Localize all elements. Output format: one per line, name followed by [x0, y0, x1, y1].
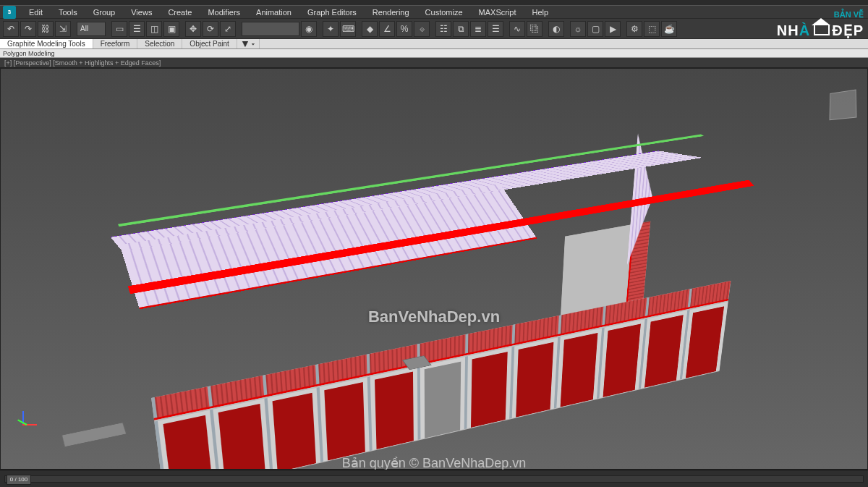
- ribbon-tab-selection[interactable]: Selection: [137, 39, 182, 48]
- viewport-perspective[interactable]: BanVeNhaDep.vn: [0, 68, 868, 470]
- select-icon[interactable]: ▭: [111, 21, 127, 37]
- undo-icon[interactable]: ↶: [3, 21, 19, 37]
- menu-group[interactable]: Group: [86, 7, 123, 17]
- unlink-icon[interactable]: ⇲: [55, 21, 71, 37]
- snap-icon[interactable]: ◆: [362, 21, 378, 37]
- scene-3d: [121, 221, 731, 397]
- time-slider[interactable]: 0 / 100: [4, 475, 864, 483]
- building-model: [121, 221, 731, 397]
- select-region-icon[interactable]: ◫: [146, 21, 162, 37]
- title-bar: [0, 0, 868, 6]
- pivot-icon[interactable]: ◉: [301, 21, 317, 37]
- align-icon[interactable]: ≣: [470, 21, 486, 37]
- select-manipulate-icon[interactable]: ✦: [323, 21, 339, 37]
- menu-maxscript[interactable]: MAXScript: [472, 7, 524, 17]
- redo-icon[interactable]: ↷: [20, 21, 36, 37]
- menu-animation[interactable]: Animation: [249, 7, 299, 17]
- material-editor-icon[interactable]: ◐: [548, 21, 564, 37]
- viewcube[interactable]: [830, 90, 857, 121]
- app-icon[interactable]: 3: [3, 6, 16, 19]
- schematic-icon[interactable]: ⿻: [527, 21, 542, 37]
- angle-snap-icon[interactable]: ∠: [379, 21, 395, 37]
- render-frame-icon[interactable]: ▢: [587, 21, 603, 37]
- timeline-bar: 0 / 100: [0, 470, 868, 487]
- ribbon-tab-freeform[interactable]: Freeform: [93, 39, 138, 48]
- curve-editor-icon[interactable]: ∿: [509, 21, 525, 37]
- menu-customize[interactable]: Customize: [418, 7, 470, 17]
- ribbon-subtab[interactable]: Polygon Modeling: [0, 49, 868, 58]
- layers-icon[interactable]: ☰: [488, 21, 503, 37]
- scale-icon[interactable]: ⤢: [220, 21, 236, 37]
- named-selection-icon[interactable]: ☷: [435, 21, 451, 37]
- viewport-label[interactable]: [+] [Perspective] [Smooth + Highlights +…: [0, 58, 868, 68]
- rotate-icon[interactable]: ⟳: [203, 21, 218, 37]
- menu-graph-editors[interactable]: Graph Editors: [300, 7, 364, 17]
- spinner-snap-icon[interactable]: ⟐: [414, 21, 430, 37]
- menu-create[interactable]: Create: [161, 7, 199, 17]
- link-icon[interactable]: ⛓: [38, 21, 54, 37]
- ground-object-trailer: [61, 422, 127, 447]
- front-wall: [151, 281, 731, 470]
- render-output-icon[interactable]: ⬚: [644, 21, 660, 37]
- render-icon[interactable]: ▶: [605, 21, 621, 37]
- menu-views[interactable]: Views: [124, 7, 159, 17]
- selection-filter-dropdown[interactable]: All: [77, 22, 106, 36]
- ribbon: Graphite Modeling Tools Freeform Selecti…: [0, 39, 868, 49]
- render-teapot-icon[interactable]: ☕: [661, 21, 677, 37]
- menu-modifiers[interactable]: Modifiers: [200, 7, 247, 17]
- menu-edit[interactable]: Edit: [22, 7, 50, 17]
- select-name-icon[interactable]: ☰: [129, 21, 145, 37]
- menu-rendering[interactable]: Rendering: [365, 7, 417, 17]
- main-toolbar: ↶ ↷ ⛓ ⇲ All ▭ ☰ ◫ ▣ ✥ ⟳ ⤢ ◉ ✦ ⌨ ◆ ∠ % ⟐ …: [0, 19, 868, 39]
- menu-tools[interactable]: Tools: [51, 7, 85, 17]
- render-preset-icon[interactable]: ⚙: [626, 21, 642, 37]
- axis-tripod: [14, 408, 35, 430]
- ribbon-tab-graphite[interactable]: Graphite Modeling Tools: [0, 39, 93, 48]
- menu-help[interactable]: Help: [525, 7, 556, 17]
- ribbon-tab-object-paint[interactable]: Object Paint: [182, 39, 237, 48]
- menu-bar: 3 Edit Tools Group Views Create Modifier…: [0, 6, 868, 19]
- percent-snap-icon[interactable]: %: [396, 21, 412, 37]
- move-icon[interactable]: ✥: [185, 21, 201, 37]
- reference-coord-dropdown[interactable]: [242, 22, 299, 36]
- render-setup-icon[interactable]: ☼: [570, 21, 586, 37]
- time-slider-knob[interactable]: 0 / 100: [7, 475, 31, 485]
- window-crossing-icon[interactable]: ▣: [163, 21, 179, 37]
- keyboard-shortcut-icon[interactable]: ⌨: [340, 21, 356, 37]
- ribbon-expand-icon[interactable]: ⯆ ▾: [237, 39, 260, 48]
- mirror-icon[interactable]: ⧉: [453, 21, 469, 37]
